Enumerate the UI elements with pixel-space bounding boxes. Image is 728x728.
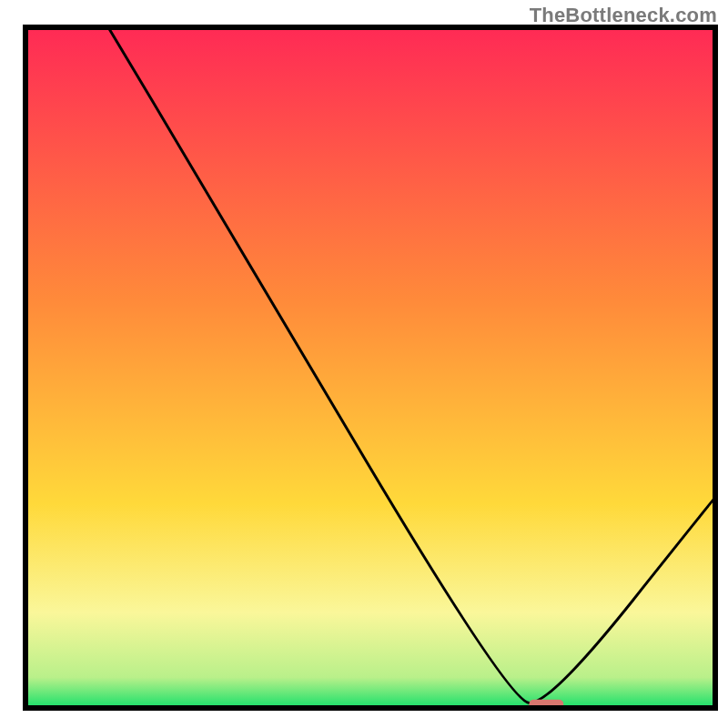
watermark-text: TheBottleneck.com [530,4,717,27]
chart-container: TheBottleneck.com [0,0,728,728]
bottleneck-chart [0,0,728,728]
plot-background [25,27,715,708]
